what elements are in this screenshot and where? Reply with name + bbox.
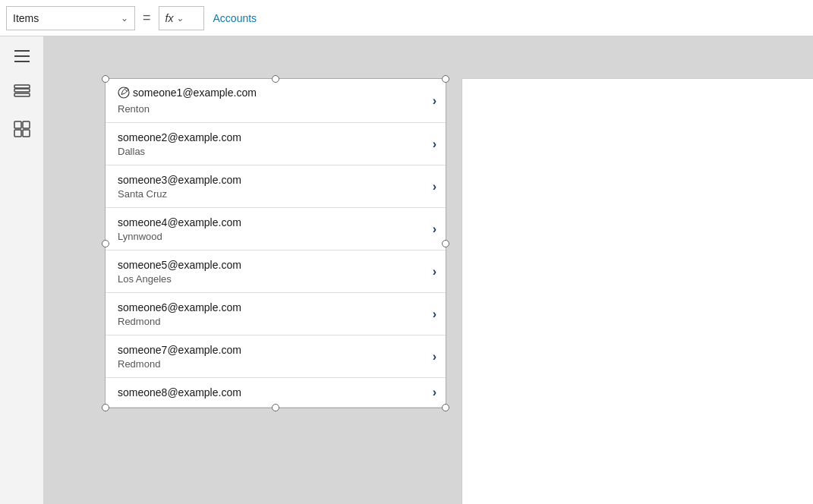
- handle-top-left[interactable]: [102, 75, 109, 83]
- item-chevron[interactable]: ›: [433, 137, 436, 151]
- item-content: someone1@example.com Renton: [118, 87, 433, 115]
- item-content: someone6@example.com Redmond: [118, 301, 433, 327]
- svg-rect-8: [14, 130, 21, 137]
- main-area: someone1@example.com Renton › someone2@e…: [0, 36, 813, 504]
- item-city: Redmond: [118, 358, 433, 370]
- formula-fx: fx: [165, 12, 174, 24]
- hamburger-icon[interactable]: [11, 46, 33, 67]
- item-chevron[interactable]: ›: [433, 265, 436, 279]
- svg-rect-5: [14, 85, 30, 88]
- svg-rect-9: [23, 130, 30, 137]
- formula-arrow: ⌄: [176, 13, 184, 24]
- item-content: someone4@example.com Lynnwood: [118, 216, 433, 242]
- svg-rect-0: [14, 50, 30, 52]
- right-canvas-panel: [462, 78, 813, 504]
- item-email: someone7@example.com: [118, 344, 241, 356]
- item-email: someone8@example.com: [118, 386, 241, 398]
- svg-rect-4: [14, 93, 30, 96]
- canvas-area: someone1@example.com Renton › someone2@e…: [44, 36, 813, 504]
- item-city: Los Angeles: [118, 273, 433, 285]
- handle-bottom-left[interactable]: [102, 404, 109, 411]
- item-city: Redmond: [118, 316, 433, 327]
- item-email: someone1@example.com: [133, 87, 257, 99]
- item-content: someone5@example.com Los Angeles: [118, 258, 433, 285]
- handle-bottom-center[interactable]: [272, 404, 279, 411]
- accounts-link[interactable]: Accounts: [207, 12, 263, 24]
- list-component: someone1@example.com Renton › someone2@e…: [105, 78, 446, 408]
- svg-rect-7: [23, 121, 30, 128]
- list-item[interactable]: someone1@example.com Renton ›: [106, 79, 446, 123]
- formula-bar[interactable]: fx ⌄: [159, 6, 204, 30]
- list-items-container: someone1@example.com Renton › someone2@e…: [106, 79, 446, 408]
- item-email: someone2@example.com: [118, 131, 241, 143]
- list-item[interactable]: someone5@example.com Los Angeles ›: [106, 250, 446, 293]
- edit-icon: [118, 87, 130, 99]
- list-item[interactable]: someone7@example.com Redmond ›: [106, 335, 446, 378]
- list-item[interactable]: someone2@example.com Dallas ›: [106, 123, 446, 165]
- dropdown-label: Items: [13, 12, 116, 24]
- item-chevron[interactable]: ›: [433, 350, 436, 364]
- item-chevron[interactable]: ›: [433, 222, 436, 236]
- svg-rect-6: [14, 121, 21, 128]
- handle-bottom-right[interactable]: [442, 404, 449, 411]
- item-city: Lynnwood: [118, 231, 433, 242]
- item-content: someone3@example.com Santa Cruz: [118, 173, 433, 200]
- layers-icon[interactable]: [11, 82, 33, 103]
- items-dropdown[interactable]: Items ⌄: [6, 6, 135, 30]
- svg-rect-1: [14, 55, 30, 57]
- list-item[interactable]: someone4@example.com Lynnwood ›: [106, 208, 446, 250]
- item-city: Dallas: [118, 146, 433, 157]
- list-item[interactable]: someone6@example.com Redmond ›: [106, 293, 446, 335]
- item-city: Santa Cruz: [118, 188, 433, 200]
- item-chevron[interactable]: ›: [433, 386, 436, 399]
- item-city: Renton: [118, 103, 433, 115]
- equals-sign: =: [138, 10, 156, 26]
- item-content: someone7@example.com Redmond: [118, 343, 433, 370]
- item-chevron[interactable]: ›: [433, 180, 436, 194]
- item-email: someone3@example.com: [118, 174, 241, 186]
- list-item[interactable]: someone3@example.com Santa Cruz ›: [106, 165, 446, 208]
- dropdown-arrow: ⌄: [121, 13, 128, 24]
- handle-mid-right[interactable]: [442, 240, 449, 247]
- sidebar: [0, 36, 44, 504]
- item-content: someone2@example.com Dallas: [118, 131, 433, 157]
- item-email: someone4@example.com: [118, 216, 241, 228]
- item-content: someone8@example.com: [118, 386, 433, 399]
- item-chevron[interactable]: ›: [433, 307, 436, 321]
- handle-top-center[interactable]: [272, 75, 279, 83]
- grid-icon[interactable]: [11, 118, 33, 140]
- toolbar: Items ⌄ = fx ⌄ Accounts: [0, 0, 813, 36]
- handle-top-right[interactable]: [442, 75, 449, 83]
- item-chevron[interactable]: ›: [433, 94, 436, 108]
- handle-mid-left[interactable]: [102, 240, 109, 247]
- item-email: someone6@example.com: [118, 301, 241, 313]
- svg-rect-2: [14, 61, 30, 62]
- item-email: someone5@example.com: [118, 259, 241, 271]
- svg-rect-3: [14, 89, 30, 92]
